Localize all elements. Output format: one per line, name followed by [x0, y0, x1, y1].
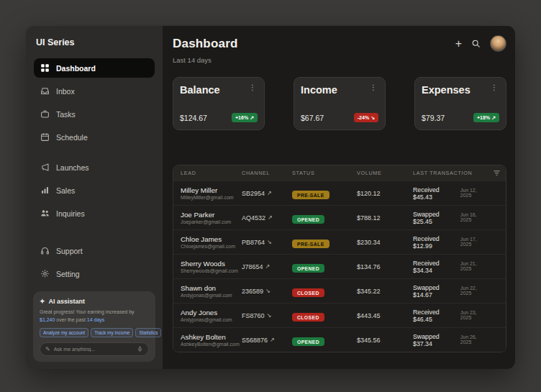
kebab-menu-icon[interactable]: ⋮	[489, 84, 499, 91]
filter-icon[interactable]	[487, 169, 506, 177]
search-icon[interactable]	[471, 39, 481, 48]
chip-analyze-account[interactable]: Analyze my account	[40, 328, 88, 337]
avatar[interactable]	[490, 35, 506, 52]
calendar-icon	[40, 132, 50, 142]
trend-arrow-icon: ↗	[265, 263, 270, 270]
card-value: $79.37	[422, 114, 445, 122]
channel-cell: J78654↗	[242, 263, 292, 270]
table-row[interactable]: Joe ParkerJoeparker@gmail.com AQ4532↗ OP…	[173, 205, 506, 229]
volume-cell: $443.45	[357, 312, 413, 319]
channel-code: AQ4532	[242, 214, 265, 222]
add-button[interactable]: +	[455, 38, 462, 50]
channel-cell: AQ4532↗	[242, 214, 292, 222]
sidebar-item-label: Setting	[56, 270, 80, 278]
trend-arrow-icon: ↗	[270, 337, 275, 343]
transaction-date: Jun 17, 2025	[460, 237, 487, 247]
table-row[interactable]: Sherry WoodsSherrywoods@gmail.com J78654…	[173, 254, 506, 278]
lead-email: Chloejames@gmail.com	[181, 244, 242, 249]
sidebar-item-sales[interactable]: Sales	[34, 181, 155, 200]
sidebar-item-inquiries[interactable]: Inquiries	[34, 204, 155, 223]
volume-cell: $134.76	[357, 263, 413, 270]
transaction-date: Jun 22, 2025	[460, 286, 487, 296]
channel-cell: FS8760↘	[242, 312, 292, 319]
ai-assistant-header: ✦ AI assistant	[40, 298, 149, 305]
sidebar-item-launches[interactable]: Launches	[34, 158, 155, 177]
trend-arrow-icon: ↘	[267, 239, 272, 245]
ai-assistant-message: Great progress! Your earning increased b…	[40, 309, 149, 324]
highlight-period: 14 days	[87, 317, 105, 322]
channel-code: FS8760	[242, 312, 265, 319]
trend-arrow-icon: ↗	[250, 115, 254, 121]
sidebar-item-schedule[interactable]: Schedule	[34, 127, 155, 147]
chip-track-income[interactable]: Track my income	[91, 328, 133, 337]
column-header-last-transaction: LAST TRANSACTION	[413, 170, 487, 176]
column-header-status: STATUS	[292, 170, 357, 176]
page-title: Dashboard	[173, 37, 238, 51]
table-header: LEAD CHANNEL STATUS VOLUME LAST TRANSACT…	[173, 165, 506, 181]
lead-cell: Milley MillerMilleyMiller@gmail.com	[181, 186, 242, 201]
transaction-date: Jun 23, 2025	[460, 310, 487, 320]
change-badge: -24%↘	[354, 113, 378, 122]
kebab-menu-icon[interactable]: ⋮	[247, 84, 258, 91]
lead-cell: Andy JonesAndyjonas@gmail.com	[181, 309, 242, 323]
chip-statistics[interactable]: Statistics	[135, 328, 161, 337]
transaction-cell: Swapped $14.67Jun 22, 2025	[413, 284, 487, 298]
transaction-cell: Received $45.43Jun 12, 2025	[413, 186, 487, 201]
transaction-date: Jun 12, 2025	[460, 188, 487, 198]
card-title: Expenses	[422, 84, 470, 96]
ai-assistant-card: ✦ AI assistant Great progress! Your earn…	[33, 291, 155, 362]
ai-assistant-title: AI assistant	[49, 298, 86, 305]
table-row[interactable]: Shawn donAndyjonas@gmail.com 236589↘ CLO…	[173, 278, 506, 303]
table-row[interactable]: Ashkey BoltenAshkeyBolten@gmail.com S568…	[173, 327, 506, 352]
mic-icon[interactable]	[137, 346, 143, 352]
inbox-icon	[40, 86, 50, 96]
status-badge: OPENED	[292, 337, 324, 346]
briefcase-icon	[40, 109, 50, 119]
leads-table: LEAD CHANNEL STATUS VOLUME LAST TRANSACT…	[173, 165, 506, 352]
transaction-amount: Received $46.45	[413, 309, 457, 323]
sidebar-item-dashboard[interactable]: Dashboard	[34, 58, 155, 78]
lead-name: Chloe James	[181, 235, 242, 243]
transaction-amount: Received $45.43	[413, 186, 457, 201]
income-card: Income ⋮ $67.67 -24%↘	[294, 77, 386, 130]
sidebar-item-inbox[interactable]: Inbox	[34, 81, 155, 101]
people-icon	[40, 209, 50, 218]
ai-suggestion-chips: Analyze my account Track my income Stati…	[40, 328, 149, 337]
transaction-cell: Received $12.99Jun 17, 2025	[413, 235, 487, 250]
table-row[interactable]: Andy JonesAndyjonas@gmail.com FS8760↘ CL…	[173, 303, 506, 327]
nav-group-tools: Launches Sales Inquiries	[34, 158, 155, 223]
lead-name: Milley Miller	[181, 186, 242, 194]
trend-arrow-icon: ↗	[491, 115, 496, 121]
sidebar-item-label: Inquiries	[56, 209, 85, 218]
ask-ai-input[interactable]	[54, 347, 133, 352]
transaction-cell: Swapped $37.34Jun 26, 2025	[413, 333, 487, 347]
balance-card: Balance ⋮ $124.67 +16%↗	[173, 77, 265, 130]
volume-cell: $345.22	[357, 288, 413, 295]
volume-cell: $230.34	[357, 239, 413, 246]
lead-email: AshkeyBolten@gmail.com	[181, 342, 242, 347]
sidebar-item-setting[interactable]: Setting	[34, 264, 155, 283]
table-row[interactable]: Chloe JamesChloejames@gmail.com PB8764↘ …	[173, 229, 506, 254]
lead-cell: Ashkey BoltenAshkeyBolten@gmail.com	[181, 333, 242, 347]
transaction-amount: Swapped $14.67	[413, 284, 457, 298]
table-row[interactable]: Milley MillerMilleyMiller@gmail.com SB29…	[173, 181, 506, 205]
sidebar-item-label: Inbox	[56, 87, 75, 96]
transaction-amount: Received $12.99	[413, 235, 457, 250]
lead-cell: Shawn donAndyjonas@gmail.com	[181, 284, 242, 298]
expenses-card: Expenses ⋮ $79.37 +18%↗	[414, 77, 506, 130]
change-percent: -24%	[358, 115, 369, 120]
lead-name: Joe Parker	[181, 211, 242, 219]
channel-cell: PB8764↘	[242, 239, 292, 246]
lead-email: Andyjonas@gmail.com	[181, 317, 242, 322]
transaction-amount: Received $34.34	[413, 260, 457, 274]
lead-name: Andy Jones	[181, 309, 242, 316]
channel-code: 236589	[242, 288, 263, 295]
sidebar-item-label: Dashboard	[56, 64, 96, 73]
sidebar-item-tasks[interactable]: Tasks	[34, 104, 155, 124]
sidebar-item-support[interactable]: Support	[34, 241, 155, 260]
kebab-menu-icon[interactable]: ⋮	[368, 84, 378, 91]
ai-input-container: ✎	[40, 342, 149, 356]
transaction-date: Jun 16, 2025	[460, 212, 487, 222]
change-percent: +18%	[477, 115, 490, 120]
channel-code: J78654	[242, 263, 263, 270]
